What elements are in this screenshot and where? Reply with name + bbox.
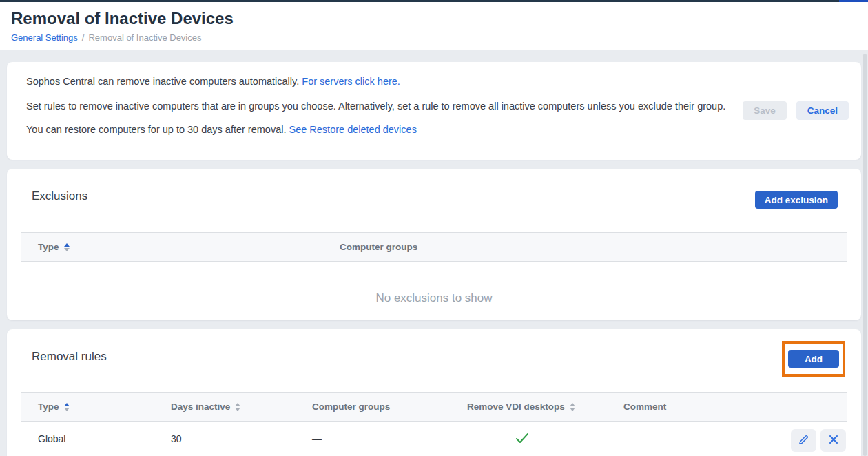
info-line-3: You can restore computers for up to 30 d… [26, 122, 861, 137]
column-header-type[interactable]: Type [38, 402, 171, 412]
removal-rules-section: Removal rules Add Type Days inactive Com… [7, 329, 861, 456]
exclusions-title: Exclusions [32, 189, 87, 203]
sort-icon [64, 403, 70, 411]
column-header-type[interactable]: Type [38, 242, 340, 252]
breadcrumb-current: Removal of Inactive Devices [88, 32, 201, 43]
column-header-days-inactive[interactable]: Days inactive [171, 402, 312, 412]
add-rule-button[interactable]: Add [788, 350, 839, 368]
page-title: Removal of Inactive Devices [11, 9, 234, 28]
exclusions-table-header: Type Computer groups [21, 232, 847, 262]
breadcrumb: General Settings/Removal of Inactive Dev… [11, 32, 201, 43]
table-row: Global 30 — [21, 422, 847, 456]
save-button[interactable]: Save [743, 101, 787, 120]
cell-computer-groups: — [312, 433, 467, 444]
edit-button[interactable] [791, 429, 816, 452]
pencil-icon [798, 434, 809, 448]
removal-rules-title: Removal rules [32, 350, 107, 364]
restore-deleted-devices-link[interactable]: See Restore deleted devices [289, 124, 417, 135]
sort-icon [64, 243, 70, 251]
top-loading-progress [839, 0, 868, 2]
sort-icon [235, 403, 240, 411]
removal-rules-table-header: Type Days inactive Computer groups Remov… [21, 392, 847, 422]
add-exclusion-button[interactable]: Add exclusion [755, 191, 838, 209]
info-line-2: Set rules to remove inactive computers t… [26, 97, 730, 115]
row-actions [791, 429, 846, 452]
scrollbar[interactable] [863, 54, 867, 456]
top-loading-bar [0, 0, 868, 2]
servers-link[interactable]: For servers click here. [302, 76, 400, 87]
close-icon [829, 435, 838, 446]
breadcrumb-separator: / [82, 32, 85, 43]
column-header-remove-vdi-desktops[interactable]: Remove VDI desktops [467, 402, 623, 412]
breadcrumb-link-general-settings[interactable]: General Settings [11, 32, 78, 43]
delete-button[interactable] [820, 429, 846, 452]
exclusions-section: Exclusions Add exclusion Type Computer g… [7, 169, 861, 320]
exclusions-empty-text: No exclusions to show [7, 291, 861, 305]
cell-type: Global [38, 433, 171, 444]
info-panel: Sophos Central can remove inactive compu… [7, 62, 861, 160]
column-header-computer-groups: Computer groups [340, 242, 847, 252]
column-header-comment: Comment [623, 402, 847, 412]
info-line-1: Sophos Central can remove inactive compu… [26, 74, 861, 89]
check-icon [515, 435, 529, 446]
add-button-annotation-highlight: Add [782, 341, 845, 377]
page-header: Removal of Inactive Devices General Sett… [0, 2, 868, 50]
sort-icon [570, 403, 575, 411]
cell-days-inactive: 30 [171, 433, 312, 444]
cancel-button[interactable]: Cancel [796, 101, 849, 120]
cell-remove-vdi-desktops [467, 433, 623, 446]
column-header-computer-groups: Computer groups [312, 402, 467, 412]
